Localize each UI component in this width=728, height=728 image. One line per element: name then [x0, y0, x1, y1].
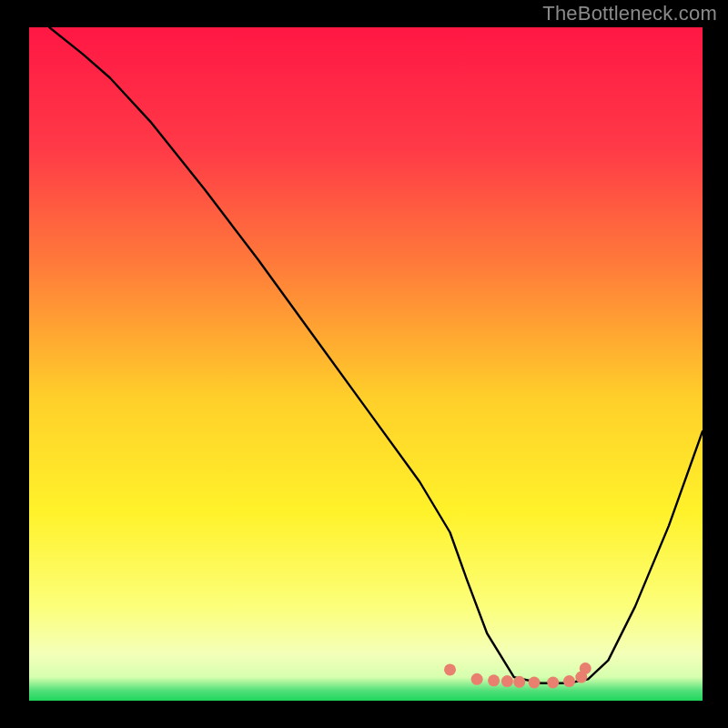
chart-svg [29, 27, 703, 701]
highlight-point [547, 677, 559, 689]
background-gradient [29, 27, 703, 701]
plot-area [29, 27, 703, 701]
watermark-text: TheBottleneck.com [542, 2, 717, 25]
highlight-point [513, 676, 525, 688]
chart-frame: TheBottleneck.com [0, 0, 728, 728]
highlight-point [529, 677, 541, 689]
highlight-point [444, 663, 456, 675]
highlight-point [501, 675, 513, 687]
highlight-point [580, 662, 592, 674]
highlight-point [471, 673, 483, 685]
highlight-point [488, 674, 500, 686]
highlight-point [563, 675, 575, 687]
